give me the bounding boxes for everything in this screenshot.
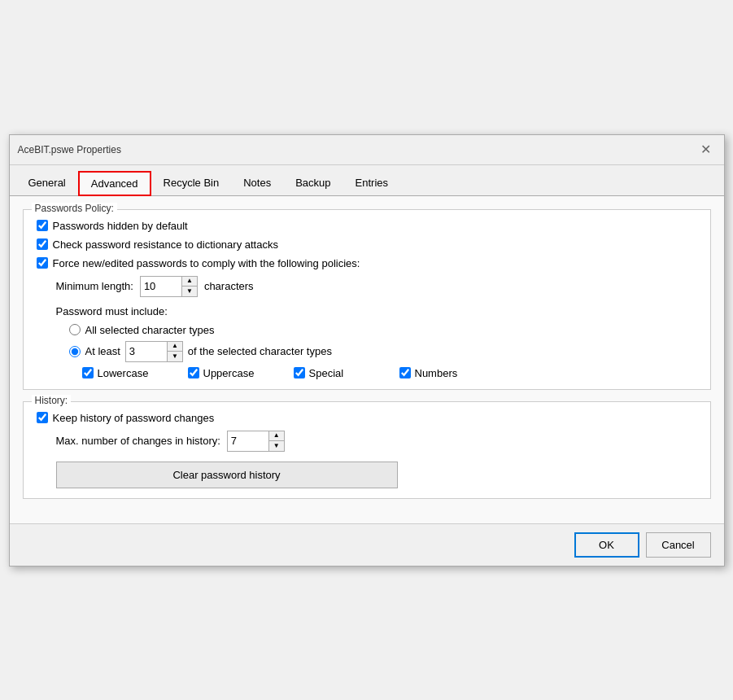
at-least-spin-down[interactable]: ▼ bbox=[168, 352, 182, 361]
tab-bar: General Advanced Recycle Bin Notes Backu… bbox=[10, 165, 724, 196]
dictionary-check-checkbox[interactable] bbox=[37, 238, 48, 250]
char-types-container: Lowercase Uppercase Special Numbers bbox=[37, 367, 697, 379]
passwords-policy-title: Passwords Policy: bbox=[32, 203, 117, 214]
at-least-spinbox: 3 ▲ ▼ bbox=[125, 341, 183, 362]
minimum-length-spin-down[interactable]: ▼ bbox=[182, 287, 197, 296]
max-changes-spinbox: 7 ▲ ▼ bbox=[227, 431, 285, 452]
hidden-by-default-label: Passwords hidden by default bbox=[53, 220, 188, 232]
dialog: AceBIT.pswe Properties ✕ General Advance… bbox=[9, 134, 725, 567]
hidden-by-default-checkbox[interactable] bbox=[37, 220, 48, 231]
max-changes-spin-down[interactable]: ▼ bbox=[269, 441, 284, 451]
close-button[interactable]: ✕ bbox=[696, 140, 716, 160]
max-changes-spin-up[interactable]: ▲ bbox=[269, 431, 284, 441]
uppercase-label: Uppercase bbox=[203, 367, 255, 379]
content-area: Passwords Policy: Passwords hidden by de… bbox=[10, 196, 724, 523]
at-least-radio[interactable] bbox=[69, 346, 81, 357]
numbers-item: Numbers bbox=[399, 367, 497, 379]
numbers-checkbox[interactable] bbox=[399, 367, 411, 378]
tab-general[interactable]: General bbox=[16, 171, 78, 196]
force-comply-row: Force new/edited passwords to comply wit… bbox=[37, 257, 697, 269]
at-least-spinbox-buttons: ▲ ▼ bbox=[167, 342, 182, 361]
minimum-length-suffix: characters bbox=[204, 280, 254, 292]
all-types-radio-row: All selected character types bbox=[37, 324, 697, 336]
max-changes-row: Max. number of changes in history: 7 ▲ ▼ bbox=[37, 431, 697, 452]
at-least-radio-row: At least 3 ▲ ▼ of the selected character… bbox=[37, 341, 697, 362]
force-comply-label: Force new/edited passwords to comply wit… bbox=[53, 257, 360, 269]
numbers-label: Numbers bbox=[415, 367, 458, 379]
at-least-input[interactable]: 3 bbox=[126, 342, 167, 361]
history-title: History: bbox=[32, 395, 72, 406]
all-types-radio[interactable] bbox=[69, 324, 81, 335]
keep-history-label: Keep history of password changes bbox=[53, 412, 215, 424]
max-changes-spinbox-buttons: ▲ ▼ bbox=[268, 431, 284, 451]
tab-notes[interactable]: Notes bbox=[231, 171, 283, 196]
dictionary-check-label: Check password resistance to dictionary … bbox=[53, 238, 278, 251]
max-changes-label: Max. number of changes in history: bbox=[56, 435, 220, 447]
at-least-label: At least bbox=[85, 345, 120, 357]
minimum-length-label: Minimum length: bbox=[56, 280, 133, 292]
must-include-label: Password must include: bbox=[37, 305, 697, 317]
tab-backup[interactable]: Backup bbox=[283, 171, 343, 196]
cancel-button[interactable]: Cancel bbox=[646, 532, 711, 558]
max-changes-input[interactable]: 7 bbox=[228, 431, 268, 451]
lowercase-label: Lowercase bbox=[98, 367, 149, 379]
minimum-length-row: Minimum length: 10 ▲ ▼ characters bbox=[37, 276, 697, 297]
keep-history-row: Keep history of password changes bbox=[37, 412, 697, 424]
dialog-title: AceBIT.pswe Properties bbox=[18, 144, 121, 155]
dialog-footer: OK Cancel bbox=[10, 523, 724, 566]
lowercase-checkbox[interactable] bbox=[82, 367, 94, 378]
tab-recycle-bin[interactable]: Recycle Bin bbox=[151, 171, 232, 196]
tab-entries[interactable]: Entries bbox=[343, 171, 400, 196]
keep-history-checkbox[interactable] bbox=[37, 412, 48, 423]
hidden-by-default-row: Passwords hidden by default bbox=[37, 220, 697, 232]
tab-advanced[interactable]: Advanced bbox=[78, 171, 151, 196]
force-comply-checkbox[interactable] bbox=[37, 257, 48, 269]
special-label: Special bbox=[309, 367, 344, 379]
passwords-policy-section: Passwords Policy: Passwords hidden by de… bbox=[23, 209, 711, 390]
history-section: History: Keep history of password change… bbox=[23, 401, 711, 499]
uppercase-item: Uppercase bbox=[188, 367, 286, 379]
uppercase-checkbox[interactable] bbox=[188, 367, 199, 378]
minimum-length-spinbox-buttons: ▲ ▼ bbox=[181, 277, 197, 296]
ok-button[interactable]: OK bbox=[574, 532, 639, 558]
lowercase-item: Lowercase bbox=[82, 367, 180, 379]
minimum-length-input[interactable]: 10 bbox=[141, 277, 181, 296]
at-least-suffix: of the selected character types bbox=[188, 345, 332, 357]
at-least-spin-up[interactable]: ▲ bbox=[168, 342, 182, 352]
minimum-length-spinbox: 10 ▲ ▼ bbox=[140, 276, 198, 297]
dictionary-check-row: Check password resistance to dictionary … bbox=[37, 238, 697, 251]
title-bar: AceBIT.pswe Properties ✕ bbox=[10, 135, 724, 165]
minimum-length-spin-up[interactable]: ▲ bbox=[182, 277, 197, 287]
all-types-label: All selected character types bbox=[85, 324, 215, 336]
special-checkbox[interactable] bbox=[294, 367, 305, 378]
clear-history-button[interactable]: Clear password history bbox=[56, 462, 398, 488]
special-item: Special bbox=[294, 367, 391, 379]
